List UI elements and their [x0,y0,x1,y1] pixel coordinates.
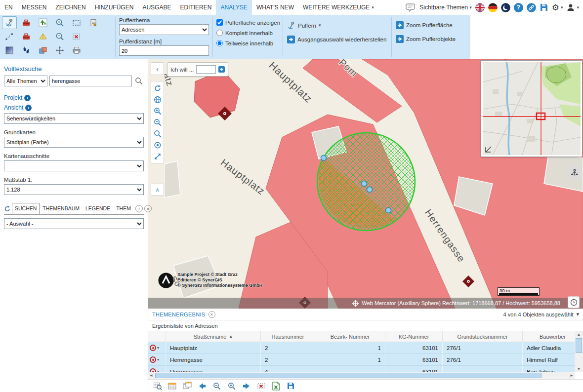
user-menu-button[interactable]: ▾ [566,3,579,12]
sidebar-collapse-button[interactable]: ‹ [151,62,164,75]
table-row[interactable]: ▾ Herrengasse 2 1 63101 276/1 Himmel Ral… [148,354,583,366]
tab-editieren[interactable]: EDITIEREN [175,0,216,15]
stamp-icon[interactable] [86,16,101,29]
next-result-icon[interactable] [240,381,252,392]
show-buffer-area-checkbox[interactable] [216,19,223,26]
view-select[interactable]: Sehenswürdigkeiten [4,113,144,124]
tab-hinzufuegen[interactable]: HINZUFÜGEN [90,0,138,15]
column-kg-nummer[interactable]: KG-Nummer [385,331,443,342]
zoom-rectangle-icon[interactable] [151,128,164,139]
transparency-gradient-icon[interactable] [2,44,17,57]
restore-selection-button[interactable]: Ausgangsauswahl wiederherstellen [287,36,386,43]
select-rectangle-icon[interactable] [69,16,84,29]
vscrollbar-thumb[interactable] [576,338,582,353]
help-icon[interactable]: ? [514,3,523,12]
scroll-up-icon[interactable]: ▲ [576,331,582,338]
tab-legende[interactable]: LEGENDE [83,203,113,214]
row-menu-icon[interactable]: ▾ [157,358,159,362]
basemap-select[interactable]: Stadtplan (Farbe) [4,137,144,148]
table-row[interactable]: ▾ Hauptplatz 2 1 63101 276/1 Adler Claud… [148,342,583,354]
tab-suchen[interactable]: SUCHEN [12,203,40,214]
themes-bubble-icon[interactable] [406,3,416,12]
buffer-button[interactable]: Puffern▾ [287,21,386,30]
tabs-scroll-last-icon[interactable]: » [144,205,152,212]
zoom-out-results-icon[interactable] [210,381,223,392]
dark-mode-icon[interactable] [501,3,510,12]
result-table-icon[interactable] [166,381,178,392]
tab-them[interactable]: THEM [113,203,134,214]
tab-weitere-werkzeuge[interactable]: WEITERE WERKZEUGE▾ [298,0,378,15]
i-want-to-widget[interactable]: Ich will ... [167,62,228,77]
zoom-out-tool-icon[interactable] [52,30,67,43]
toolbox-alt-icon[interactable] [19,30,34,43]
tree-icon[interactable] [36,16,50,29]
sidebar-tabs-icon[interactable] [4,204,11,213]
intersect-icon[interactable] [36,44,50,57]
print-icon[interactable] [69,44,84,57]
history-clock-button[interactable] [568,296,580,308]
copy-results-icon[interactable] [181,381,193,392]
buffer-theme-select[interactable]: Adressen [119,24,209,35]
anchor-overview-button[interactable] [568,166,581,179]
locate-target-icon[interactable] [150,345,156,351]
info-icon[interactable]: i [24,95,31,101]
selection-select[interactable]: - Auswahl - [4,218,144,229]
toolbox-icon[interactable] [19,16,34,29]
fulltext-search-input[interactable] [49,76,132,86]
previous-result-icon[interactable] [196,381,208,392]
zoom-out-icon[interactable] [151,117,164,128]
position-icon[interactable] [352,300,359,307]
locate-target-icon[interactable] [150,368,156,372]
result-zoom-icon[interactable] [151,381,164,392]
overview-map[interactable] [481,60,583,157]
clear-selection-tool-icon[interactable] [69,30,84,43]
column-strassenname[interactable]: Straßenname▲ [166,331,261,342]
i-want-to-input[interactable] [196,65,216,74]
table-row[interactable]: ▾ Herrengasse 4 63101 Ban Tobias [148,366,583,372]
zoom-in-icon[interactable] [151,105,164,117]
buffer-distance-input[interactable] [119,45,209,56]
measure-line-icon[interactable] [2,30,17,43]
zoom-in-tool-icon[interactable] [52,16,67,29]
column-bauwerber[interactable]: Bauwerber [523,331,583,342]
tab-en[interactable]: EN [0,0,17,15]
search-scope-select[interactable]: Alle Themen [4,76,47,86]
prism-icon[interactable] [36,30,50,43]
globe-icon[interactable] [151,94,164,105]
zoom-buffer-area-button[interactable]: Zoom Pufferfläche [396,21,456,29]
tabs-scroll-next-icon[interactable]: › [135,205,143,212]
visible-themes-button[interactable]: Sichtbare Themen▾ [419,4,471,11]
tab-zeichnen[interactable]: ZEICHNEN [51,0,90,15]
column-grundstuecksnummer[interactable]: Grundstücksnummer [443,331,523,342]
tab-themenbaum[interactable]: THEMENBAUM [40,203,83,214]
locate-target-icon[interactable] [150,356,156,363]
buffer-tool-icon[interactable] [2,16,17,29]
scroll-right-icon[interactable]: ► [569,372,575,379]
complete-within-radio[interactable] [216,30,223,36]
refresh-icon[interactable] [151,82,164,94]
scroll-left-icon[interactable]: ◄ [148,372,154,379]
column-hausnummer[interactable]: Hausnummer [261,331,315,342]
full-extent-icon[interactable] [151,151,164,162]
zoom-buffer-objects-button[interactable]: Zoom Pufferobjekte [396,35,456,43]
language-german-icon[interactable] [488,3,498,12]
zoom-in-results-icon[interactable] [225,381,238,392]
horizontal-scrollbar[interactable]: ◄ ► [148,372,575,379]
info-icon[interactable]: i [25,105,32,111]
share-link-icon[interactable] [527,3,536,12]
results-tab[interactable]: THEMENERGEBNIS [152,312,206,317]
tab-ausgabe[interactable]: AUSGABE [138,0,175,15]
settings-button[interactable]: ⚙▾ [552,3,563,12]
center-target-icon[interactable] [151,139,164,151]
extents-select[interactable] [4,160,144,171]
language-english-icon[interactable] [475,3,485,12]
footprints-icon[interactable] [19,44,34,57]
tools-scroll-up-button[interactable]: ∧ [151,184,164,196]
tab-whats-new[interactable]: WHAT'S NEW [252,0,298,15]
map-area[interactable]: Hauptplatz Pom Hauptplatz Herrengasse at… [148,59,583,309]
hscrollbar-thumb[interactable] [155,373,541,378]
tab-analyse[interactable]: ANALYSE [216,0,251,15]
tab-messen[interactable]: MESSEN [17,0,51,15]
scroll-down-icon[interactable]: ▼ [576,366,582,372]
scale-select[interactable]: 1.128 [4,184,144,195]
